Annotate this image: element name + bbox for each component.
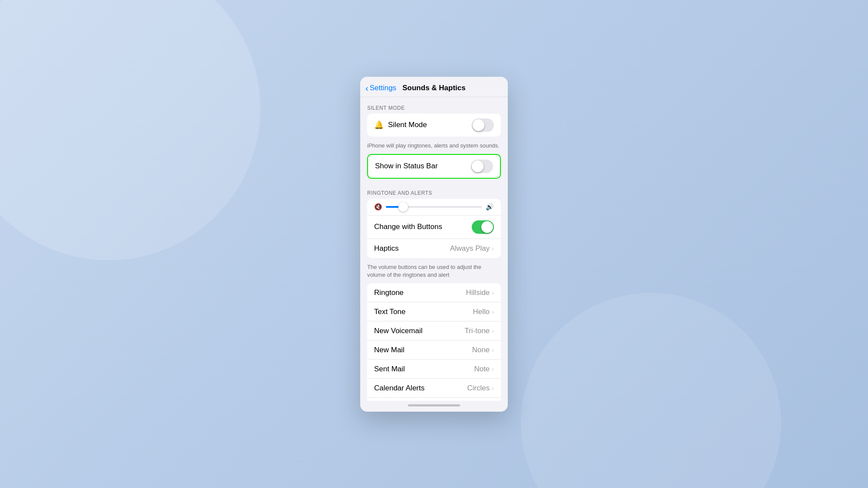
new-voicemail-chevron-icon: › — [492, 328, 494, 334]
sent-mail-chevron-icon: › — [492, 366, 494, 373]
calendar-alerts-label: Calendar Alerts — [374, 384, 467, 393]
new-mail-value: None — [472, 346, 490, 354]
text-tone-row[interactable]: Text Tone Hello › — [367, 302, 501, 321]
show-status-bar-row[interactable]: Show in Status Bar — [368, 155, 500, 178]
ringtone-value: Hillside — [466, 288, 490, 297]
silent-mode-label: Silent Mode — [388, 121, 472, 129]
new-mail-chevron-icon: › — [492, 347, 494, 354]
ringtone-label: Ringtone — [374, 288, 466, 297]
haptics-row[interactable]: Haptics Always Play › — [367, 239, 501, 258]
sent-mail-value: Note — [474, 365, 490, 373]
calendar-alerts-row[interactable]: Calendar Alerts Circles › — [367, 379, 501, 398]
sent-mail-row[interactable]: Sent Mail Note › — [367, 360, 501, 379]
silent-mode-row[interactable]: 🔔 Silent Mode — [367, 114, 501, 137]
nav-bar: ‹ Settings Sounds & Haptics — [360, 77, 508, 97]
volume-low-icon: 🔇 — [374, 203, 382, 211]
silent-mode-section-label: SILENT MODE — [360, 97, 508, 114]
ringtone-chevron-icon: › — [492, 289, 494, 296]
show-status-bar-card: Show in Status Bar — [367, 154, 501, 179]
ringtone-alerts-footnote: The volume buttons can be used to adjust… — [360, 262, 508, 283]
back-button[interactable]: ‹ Settings — [365, 84, 396, 92]
silent-mode-card: 🔔 Silent Mode — [367, 114, 501, 137]
bell-icon: 🔔 — [374, 120, 384, 130]
change-with-buttons-toggle[interactable] — [472, 220, 494, 234]
calendar-alerts-chevron-icon: › — [492, 385, 494, 392]
home-bar — [408, 404, 460, 406]
text-tone-label: Text Tone — [374, 308, 473, 316]
sound-rows-card: Ringtone Hillside › Text Tone Hello › Ne… — [367, 283, 501, 400]
new-voicemail-label: New Voicemail — [374, 327, 464, 335]
haptics-value: Always Play — [450, 244, 490, 253]
new-mail-row[interactable]: New Mail None › — [367, 341, 501, 360]
volume-high-icon: 🔊 — [486, 203, 494, 211]
new-mail-label: New Mail — [374, 346, 472, 354]
show-status-bar-toggle[interactable] — [471, 160, 493, 173]
text-tone-chevron-icon: › — [492, 308, 494, 315]
settings-panel: ‹ Settings Sounds & Haptics SILENT MODE … — [360, 77, 508, 412]
ringtone-alerts-section-label: RINGTONE AND ALERTS — [360, 182, 508, 199]
sent-mail-label: Sent Mail — [374, 365, 474, 373]
ringtone-alerts-card: 🔇 🔊 Change with Buttons Haptics Always P… — [367, 199, 501, 258]
back-label: Settings — [370, 84, 396, 92]
new-voicemail-row[interactable]: New Voicemail Tri-tone › — [367, 321, 501, 341]
calendar-alerts-value: Circles — [467, 384, 490, 393]
change-with-buttons-row[interactable]: Change with Buttons — [367, 216, 501, 239]
silent-mode-footnote: iPhone will play ringtones, alerts and s… — [360, 140, 508, 154]
slider-thumb[interactable] — [398, 202, 408, 212]
change-with-buttons-label: Change with Buttons — [374, 223, 472, 231]
reminder-alerts-row[interactable]: Reminder Alerts Circles › — [367, 398, 501, 400]
haptics-label: Haptics — [374, 244, 450, 253]
page-title: Sounds & Haptics — [402, 84, 465, 92]
scroll-content: SILENT MODE 🔔 Silent Mode iPhone will pl… — [360, 97, 508, 401]
ringtone-row[interactable]: Ringtone Hillside › — [367, 283, 501, 302]
text-tone-value: Hello — [473, 308, 490, 316]
new-voicemail-value: Tri-tone — [464, 327, 490, 335]
show-status-bar-label: Show in Status Bar — [375, 162, 471, 170]
volume-slider-row: 🔇 🔊 — [367, 199, 501, 216]
silent-mode-toggle[interactable] — [472, 118, 494, 132]
haptics-chevron-icon: › — [492, 245, 494, 252]
volume-slider[interactable] — [386, 206, 482, 208]
back-chevron-icon: ‹ — [365, 84, 368, 92]
